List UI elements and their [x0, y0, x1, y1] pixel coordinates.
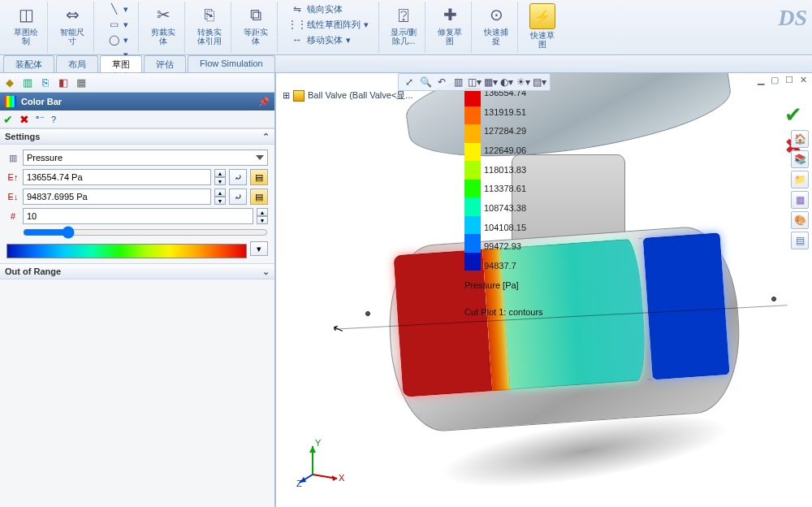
palette-row-icon: ▥ [6, 151, 19, 164]
scene-icon[interactable]: ☀▾ [516, 75, 530, 89]
panel-tab-icons: ◆ ▥ ⎘ ◧ ▦ [0, 73, 274, 93]
line-tool[interactable]: ╲▾ [104, 2, 132, 16]
pattern-tool[interactable]: ⋮⋮线性草图阵列▾ [287, 17, 372, 32]
circle-tool[interactable]: ◯▾ [104, 32, 132, 47]
hide-show-icon[interactable]: ◐▾ [499, 75, 514, 89]
maximize-icon[interactable]: ☐ [785, 75, 793, 85]
restore-icon[interactable]: ▢ [771, 75, 779, 85]
levels-spinner[interactable]: ▲▼ [257, 208, 268, 224]
repair-button[interactable]: ✚ 修复草图 [432, 2, 468, 47]
orientation-triad[interactable]: X Y Z [296, 438, 345, 487]
library-icon[interactable]: 📚 [791, 150, 809, 168]
svg-text:Z: Z [296, 479, 302, 487]
legend-param-label: Pressure [Pa] [464, 280, 519, 290]
line-icon: ╲ [107, 2, 120, 15]
zoom-area-icon[interactable]: 🔍 [418, 75, 433, 89]
move-tool[interactable]: ↔移动实体▾ [287, 32, 372, 47]
cut-plot-contours [393, 232, 731, 397]
tab-layout[interactable]: 布局 [56, 55, 98, 72]
legend-bar [464, 88, 481, 271]
max-value-input[interactable] [23, 169, 211, 185]
accept-icon[interactable]: ✔ [784, 102, 802, 128]
display-tab-icon[interactable]: ◧ [57, 76, 70, 89]
flyout-tree[interactable]: ⊞ Ball Valve (Ball Valve<显... [283, 89, 413, 102]
convert-label: 转换实体引用 [197, 28, 222, 46]
appearance-icon[interactable]: ▤▾ [532, 75, 546, 89]
colormap-dropdown[interactable]: ▾ [250, 241, 268, 256]
offset-label: 等距实体 [244, 28, 268, 46]
zoom-fit-icon[interactable]: ⤢ [402, 75, 417, 89]
levels-input[interactable] [23, 208, 253, 224]
config-tab-icon[interactable]: ⎘ [39, 76, 52, 89]
settings-header[interactable]: Settings ⌃ [0, 128, 274, 145]
min-value-input[interactable] [23, 188, 211, 205]
quickgrab-button[interactable]: ⊙ 快速捕捉 [478, 2, 514, 47]
expand-icon[interactable]: ⊞ [283, 90, 290, 101]
model-render [317, 73, 780, 507]
smart-dimension-button[interactable]: ⇔ 智能尺寸 [54, 2, 90, 47]
svg-text:X: X [339, 473, 345, 483]
max-icon: E↑ [6, 171, 19, 184]
mirror-icon: ⇋ [291, 2, 304, 15]
tab-sketch[interactable]: 草图 [100, 55, 142, 72]
rapid-sketch-button[interactable]: ⚡ 快速草图 [525, 2, 560, 50]
tab-assembly[interactable]: 装配体 [3, 55, 54, 72]
sketch-button[interactable]: ◫ 草图绘制 [8, 2, 44, 47]
tree-root-label: Ball Valve (Ball Valve<显... [308, 89, 413, 102]
close-icon[interactable]: ✕ [800, 75, 807, 85]
display-style-icon[interactable]: ▦▾ [483, 75, 498, 89]
tab-evaluate[interactable]: 评估 [144, 55, 186, 72]
file-explorer-icon[interactable]: 📁 [791, 171, 809, 188]
convert-icon: ⎘ [198, 3, 221, 26]
circle-icon: ◯ [107, 33, 120, 46]
tab-flowsim[interactable]: Flow Simulation [188, 55, 275, 72]
prev-view-icon[interactable]: ↶ [434, 75, 449, 89]
trim-button[interactable]: ✂ 剪裁实体 [145, 2, 181, 47]
eyedropper-icon[interactable]: ᵒ⁻ [36, 114, 45, 124]
colorbar-icon [5, 96, 16, 107]
rect-icon: ▭ [107, 18, 120, 31]
quickgrab-icon: ⊙ [485, 3, 508, 26]
home-icon[interactable]: 🏠 [791, 130, 809, 148]
help-icon[interactable]: ? [51, 115, 56, 124]
levels-slider[interactable] [23, 229, 268, 236]
cancel-icon[interactable]: ✖ [19, 113, 29, 126]
property-tab-icon[interactable]: ▥ [21, 76, 34, 89]
ribbon: ◫ 草图绘制 ⇔ 智能尺寸 ╲▾ ▭▾ ◯▾ ◡▾ ∿▾ · ⬠▾ A ▱ ✂ … [0, 0, 812, 55]
min-spinner[interactable]: ▲▼ [214, 188, 226, 205]
section-view-icon[interactable]: ▥ [451, 75, 465, 89]
chevron-up-icon: ⌃ [262, 132, 270, 142]
flow-tab-icon[interactable]: ▦ [75, 76, 88, 89]
svg-marker-1 [332, 475, 337, 481]
parameter-select[interactable]: Pressure [23, 150, 268, 166]
out-of-range-header[interactable]: Out of Range ⌄ [0, 263, 274, 280]
settings-body: ▥ Pressure E↑ ▲▼ ⤾ ▤ E↓ ▲▼ ⤾ ▤ # ▲▼ [0, 145, 274, 263]
minimize-icon[interactable]: ▁ [758, 75, 764, 85]
min-reset-button[interactable]: ⤾ [229, 188, 247, 205]
color-legend: 136554.74 131919.51 127284.29 122649.06 … [464, 88, 526, 271]
max-reset-button[interactable]: ⤾ [229, 169, 247, 185]
rect-tool[interactable]: ▭▾ [104, 17, 132, 32]
rapid-label: 快速草图 [530, 31, 555, 49]
custom-props-icon[interactable]: ▤ [791, 232, 809, 249]
feature-tree-tab-icon[interactable]: ◆ [3, 76, 16, 89]
ok-icon[interactable]: ✔ [3, 113, 13, 126]
min-pick-button[interactable]: ▤ [250, 188, 268, 205]
offset-button[interactable]: ⧉ 等距实体 [238, 2, 274, 47]
pin-icon[interactable]: 📌 [258, 97, 270, 107]
view-palette-icon[interactable]: ▦ [791, 191, 809, 209]
levels-icon: # [6, 210, 19, 223]
mirror-tool[interactable]: ⇋镜向实体 [287, 2, 372, 16]
colormap-preview [6, 244, 247, 258]
convert-button[interactable]: ⎘ 转换实体引用 [192, 2, 227, 47]
property-manager: ◆ ▥ ⎘ ◧ ▦ Color Bar 📌 ✔ ✖ ᵒ⁻ ? Settings … [0, 73, 276, 507]
showhide-button[interactable]: ⍰ 显示/删除几... [386, 2, 421, 47]
graphics-viewport[interactable]: ⤢ 🔍 ↶ ▥ ◫▾ ▦▾ ◐▾ ☀▾ ▤▾ ▁ ▢ ☐ ✕ ✔ ✖ 🏠 📚 📁… [276, 73, 812, 507]
move-icon: ↔ [291, 33, 304, 46]
appearances-icon[interactable]: 🎨 [791, 211, 809, 229]
view-orient-icon[interactable]: ◫▾ [467, 75, 482, 89]
max-pick-button[interactable]: ▤ [250, 169, 268, 185]
command-tabs: 装配体 布局 草图 评估 Flow Simulation [0, 55, 812, 73]
max-spinner[interactable]: ▲▼ [214, 169, 226, 185]
min-icon: E↓ [6, 190, 19, 203]
